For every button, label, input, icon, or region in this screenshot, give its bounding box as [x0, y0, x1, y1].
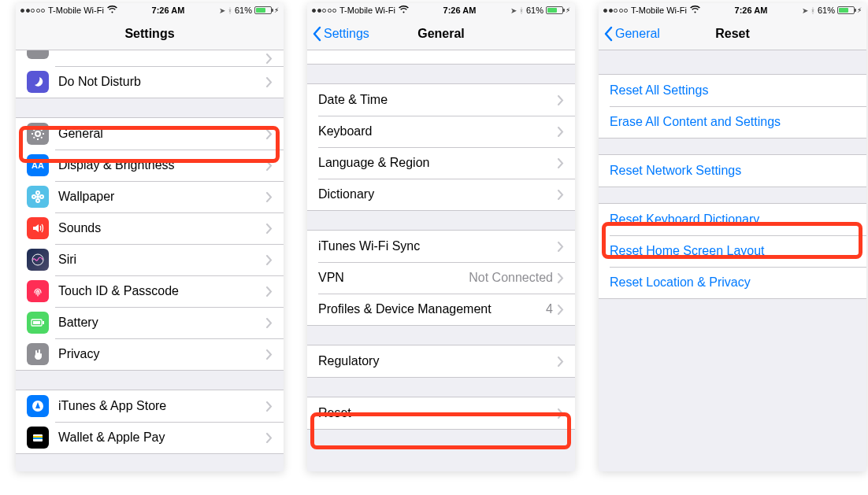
settings-row-battery[interactable]: Battery [16, 307, 284, 338]
gear-icon [27, 123, 49, 145]
svg-rect-12 [33, 436, 43, 438]
svg-point-0 [35, 131, 40, 136]
cell-label: Dictionary [318, 187, 558, 201]
battery-icon [837, 6, 855, 14]
cell-label: Display & Brightness [58, 158, 266, 172]
nav-title: Reset [715, 27, 750, 41]
cell-label: iTunes & App Store [58, 399, 266, 413]
location-icon: ➤ [219, 6, 225, 15]
general-row-dictionary[interactable]: Dictionary [307, 179, 575, 210]
erase-all-content-button[interactable]: Erase All Content and Settings [599, 106, 866, 138]
reset-keyboard-dictionary-button[interactable]: Reset Keyboard Dictionary [599, 204, 866, 235]
reset-home-screen-button[interactable]: Reset Home Screen Layout [599, 235, 866, 267]
moon-icon [27, 71, 49, 93]
reset-network-settings-button[interactable]: Reset Network Settings [599, 155, 866, 187]
settings-row-do-not-disturb[interactable]: Do Not Disturb [16, 66, 284, 98]
signal-strength-icon [20, 9, 45, 13]
svg-point-4 [32, 195, 35, 198]
cell-label: Reset Home Screen Layout [610, 244, 855, 258]
signal-strength-icon [312, 9, 336, 13]
cell-label: Reset [318, 406, 558, 420]
battery-pct-label: 61% [526, 6, 543, 15]
general-row-reset[interactable]: Reset [307, 397, 575, 429]
charging-icon: ⚡︎ [274, 6, 279, 14]
nav-back-label: Settings [324, 27, 369, 41]
nav-bar: Settings General [307, 17, 575, 50]
svg-rect-9 [33, 321, 40, 324]
flower-icon [27, 186, 49, 208]
reset-location-privacy-button[interactable]: Reset Location & Privacy [599, 267, 866, 298]
cell-label: Reset Location & Privacy [610, 275, 855, 290]
clock-label: 7:26 AM [735, 6, 768, 15]
general-row-vpn[interactable]: VPN Not Connected [307, 262, 575, 294]
settings-row-privacy[interactable]: Privacy [16, 338, 284, 370]
chevron-right-icon [266, 77, 273, 87]
cell-label: Reset Network Settings [610, 164, 855, 178]
cell-label: Language & Region [318, 156, 558, 170]
reset-all-settings-button[interactable]: Reset All Settings [599, 75, 866, 106]
settings-row-siri[interactable]: Siri [16, 244, 284, 275]
battery-pct-label: 61% [235, 6, 252, 15]
battery-pct-label: 61% [818, 6, 835, 15]
settings-row-wallpaper[interactable]: Wallpaper [16, 181, 284, 212]
cell-label: Siri [58, 253, 266, 267]
signal-strength-icon [603, 9, 628, 13]
general-row-keyboard[interactable]: Keyboard [307, 116, 575, 147]
svg-point-3 [36, 199, 39, 202]
nav-back-button[interactable]: General [603, 17, 660, 50]
cell-detail: 4 [546, 302, 553, 316]
settings-row-display-brightness[interactable]: AA Display & Brightness [16, 150, 284, 181]
carrier-label: T-Mobile Wi-Fi [48, 6, 104, 15]
settings-row-wallet[interactable]: Wallet & Apple Pay [16, 422, 284, 453]
cell-label: Reset Keyboard Dictionary [610, 212, 855, 227]
settings-row-control-center[interactable] [16, 50, 284, 66]
location-icon: ➤ [802, 6, 808, 15]
settings-row-general[interactable]: General [16, 118, 284, 150]
settings-row-sounds[interactable]: Sounds [16, 212, 284, 244]
chevron-right-icon [266, 401, 273, 412]
phone-settings: T-Mobile Wi-Fi 7:26 AM ➤ ᚼ 61% ⚡︎ Settin… [16, 3, 284, 471]
cell-label: Battery [58, 316, 266, 330]
wifi-icon [399, 6, 409, 15]
svg-point-1 [36, 195, 39, 198]
general-row-itunes-wifi-sync[interactable]: iTunes Wi-Fi Sync [307, 231, 575, 262]
nav-back-button[interactable]: Settings [312, 17, 369, 50]
battery-icon [254, 6, 272, 14]
fingerprint-icon [27, 280, 49, 302]
chevron-right-icon [266, 318, 273, 328]
wifi-icon [107, 6, 117, 15]
chevron-right-icon [558, 127, 564, 137]
settings-row-itunes-appstore[interactable]: iTunes & App Store [16, 390, 284, 422]
bluetooth-icon: ᚼ [519, 6, 524, 15]
general-row-profiles[interactable]: Profiles & Device Management 4 [307, 294, 575, 325]
svg-point-5 [40, 195, 43, 198]
cell-label: General [58, 127, 266, 141]
clock-label: 7:26 AM [443, 6, 477, 15]
cell-label: Date & Time [318, 93, 558, 107]
chevron-right-icon [266, 349, 273, 360]
general-row-date-time[interactable]: Date & Time [307, 84, 575, 116]
chevron-right-icon [266, 192, 273, 202]
nav-back-label: General [615, 27, 660, 41]
chevron-right-icon [558, 305, 564, 315]
carrier-label: T-Mobile Wi-Fi [631, 6, 687, 15]
bluetooth-icon: ᚼ [228, 6, 232, 15]
general-row-language-region[interactable]: Language & Region [307, 147, 575, 179]
cell-label: Privacy [58, 347, 266, 361]
chevron-right-icon [266, 286, 273, 297]
svg-rect-8 [43, 321, 44, 324]
cell-label: Keyboard [318, 124, 558, 139]
chevron-right-icon [266, 433, 273, 443]
charging-icon: ⚡︎ [857, 6, 862, 14]
clock-label: 7:26 AM [152, 6, 185, 15]
appstore-icon [27, 395, 49, 417]
nav-title: General [417, 27, 465, 41]
chevron-right-icon [558, 408, 564, 419]
nav-title: Settings [124, 27, 174, 41]
general-row-regulatory[interactable]: Regulatory [307, 345, 575, 377]
cell-label: iTunes Wi-Fi Sync [318, 239, 558, 253]
settings-row-touch-id[interactable]: Touch ID & Passcode [16, 275, 284, 307]
status-bar: T-Mobile Wi-Fi 7:26 AM ➤ ᚼ 61% ⚡︎ [307, 3, 575, 17]
chevron-right-icon [266, 161, 273, 171]
hand-icon [27, 343, 49, 365]
